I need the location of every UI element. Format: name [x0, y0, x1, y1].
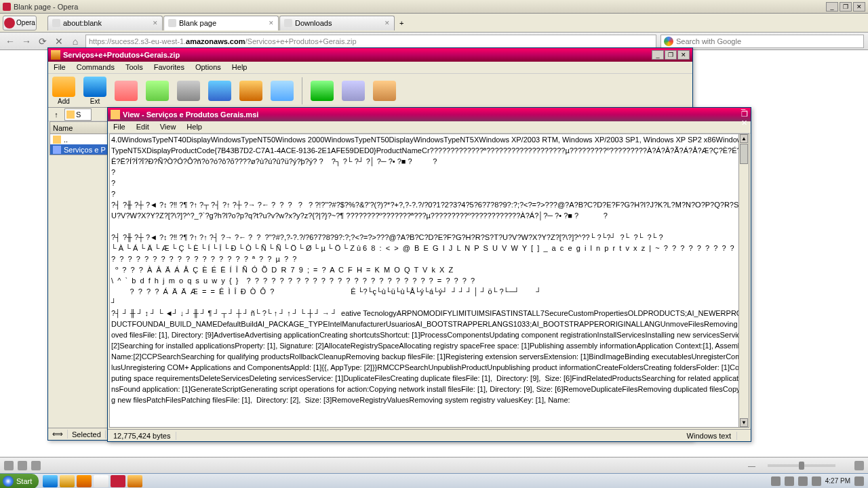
viewer-maximize-button[interactable]: ❐: [741, 110, 748, 119]
view-icon: [146, 81, 169, 101]
path-dropdown[interactable]: S: [64, 108, 92, 121]
opera-logo-icon: [4, 18, 15, 28]
rar-maximize-button[interactable]: ❐: [665, 50, 677, 60]
start-button[interactable]: Start: [0, 474, 39, 489]
stop-button[interactable]: ✕: [53, 35, 65, 47]
menu-options[interactable]: Options: [193, 62, 224, 73]
close-button[interactable]: ✕: [853, 2, 865, 12]
panel-icon[interactable]: [4, 461, 14, 470]
tray-icon[interactable]: [771, 476, 781, 486]
menu-tools[interactable]: Tools: [123, 62, 146, 73]
msi-icon: [53, 146, 61, 154]
viewer-menu-edit[interactable]: Edit: [134, 121, 152, 133]
tool-view[interactable]: [146, 81, 169, 101]
maximize-button[interactable]: ❐: [840, 2, 852, 12]
test-icon: [115, 81, 138, 101]
tab-downloads[interactable]: Downloads ✕: [279, 16, 395, 30]
ie-icon[interactable]: [43, 475, 58, 487]
tray-icon[interactable]: [785, 476, 794, 486]
explorer-icon[interactable]: [60, 475, 75, 487]
tray-icon[interactable]: [812, 476, 821, 486]
zoom-value: —: [748, 462, 755, 470]
viewer-menu-view[interactable]: View: [157, 121, 179, 133]
window-title: Blank page - Opera: [14, 3, 826, 11]
menu-help[interactable]: Help: [229, 62, 250, 73]
tab-blank-page[interactable]: Blank page ✕: [163, 16, 279, 30]
tool-test[interactable]: [115, 81, 138, 101]
search-bar[interactable]: [660, 35, 864, 48]
home-button[interactable]: ⌂: [69, 35, 81, 47]
url-domain: amazonaws.com: [186, 37, 245, 45]
download-icon: [284, 19, 292, 27]
menu-file[interactable]: File: [51, 62, 68, 73]
comment-icon: [342, 81, 365, 101]
back-button[interactable]: ←: [4, 35, 16, 47]
tool-wizard[interactable]: [239, 81, 262, 101]
minimize-button[interactable]: _: [826, 2, 838, 12]
scroll-thumb[interactable]: [740, 144, 748, 164]
media-icon[interactable]: [77, 475, 92, 487]
tray-icon[interactable]: [798, 476, 808, 486]
url-path: /Servicos+e+Produtos+Gerais.zip: [245, 37, 356, 45]
tool-comment[interactable]: [342, 81, 365, 101]
viewer-scrollbar[interactable]: ▲ ▼: [738, 134, 749, 428]
viewer-close-button[interactable]: ✕: [741, 119, 748, 127]
viewer-menu-file[interactable]: File: [111, 121, 128, 133]
tab-close-icon[interactable]: ✕: [384, 20, 390, 26]
scroll-up-button[interactable]: ▲: [740, 134, 748, 143]
viewer-minimize-button[interactable]: _: [741, 102, 748, 110]
google-icon: [664, 37, 673, 46]
opera-statusbar: —: [0, 457, 868, 473]
viewer-icon: [111, 110, 120, 119]
viewer-window: View - Serviços e Produtos Gerais.msi _ …: [107, 107, 751, 442]
opera-taskbar-icon[interactable]: [111, 475, 125, 487]
chrome-icon[interactable]: [94, 475, 108, 487]
zoom-slider[interactable]: [768, 464, 835, 467]
find-icon: [208, 81, 231, 101]
tool-virusscan[interactable]: [311, 81, 334, 101]
winrar-title: Serviços+e+Produtos+Gerais.zip: [63, 51, 652, 59]
winrar-taskbar-icon[interactable]: [127, 475, 142, 487]
winrar-toolbar: Add Ext: [48, 74, 692, 108]
tool-find[interactable]: [208, 81, 231, 101]
status-selected: Selected: [68, 430, 106, 439]
windows-logo-icon: [3, 476, 14, 487]
fit-icon[interactable]: [854, 461, 864, 470]
show-desktop-button[interactable]: [854, 476, 864, 486]
tab-close-icon[interactable]: ✕: [153, 20, 158, 26]
search-input[interactable]: [676, 37, 861, 45]
viewer-text-content[interactable]: 4.0WindowsTypeNT40DisplayWindowsTypeNT50…: [109, 134, 749, 428]
tool-delete[interactable]: [177, 81, 200, 101]
tool-sfx[interactable]: [373, 81, 396, 101]
rar-minimize-button[interactable]: _: [652, 50, 664, 60]
reload-button[interactable]: ⟳: [37, 35, 49, 47]
tool-info[interactable]: [271, 81, 294, 101]
tool-extract[interactable]: Ext: [83, 77, 106, 105]
viewer-titlebar[interactable]: View - Serviços e Produtos Gerais.msi _ …: [108, 108, 751, 121]
extract-icon: [83, 77, 106, 97]
forward-button[interactable]: →: [20, 35, 33, 47]
play-icon: [844, 434, 856, 449]
tool-add[interactable]: Add: [52, 77, 75, 105]
winrar-menubar: File Commands Tools Favorites Options He…: [48, 62, 692, 74]
viewer-statusbar: 12,775,424 bytes Windows text: [108, 429, 751, 441]
turbo-icon[interactable]: [31, 461, 41, 470]
virus-icon: [311, 81, 334, 101]
winrar-titlebar[interactable]: Serviços+e+Produtos+Gerais.zip _ ❐ ✕: [48, 48, 692, 62]
new-tab-button[interactable]: +: [395, 16, 409, 30]
address-bar[interactable]: https://sucess2.s3-eu-west-1.amazonaws.c…: [85, 35, 656, 48]
clock[interactable]: 4:27 PM: [825, 477, 850, 485]
menu-favorites[interactable]: Favorites: [151, 62, 187, 73]
scroll-down-button[interactable]: ▼: [740, 418, 748, 427]
opera-menu-button[interactable]: Opera: [3, 16, 37, 30]
tab-about-blank[interactable]: about:blank ✕: [47, 16, 163, 30]
status-bytes: 12,775,424 bytes: [108, 432, 176, 440]
rar-close-button[interactable]: ✕: [677, 50, 690, 60]
tab-close-icon[interactable]: ✕: [269, 20, 274, 26]
sync-icon[interactable]: [18, 461, 27, 470]
up-button[interactable]: ↑: [51, 109, 62, 120]
zoom-knob[interactable]: [799, 462, 804, 470]
viewer-menu-help[interactable]: Help: [184, 121, 205, 133]
menu-commands[interactable]: Commands: [74, 62, 117, 73]
opera-titlebar: Blank page - Opera _ ❐ ✕: [0, 0, 868, 14]
